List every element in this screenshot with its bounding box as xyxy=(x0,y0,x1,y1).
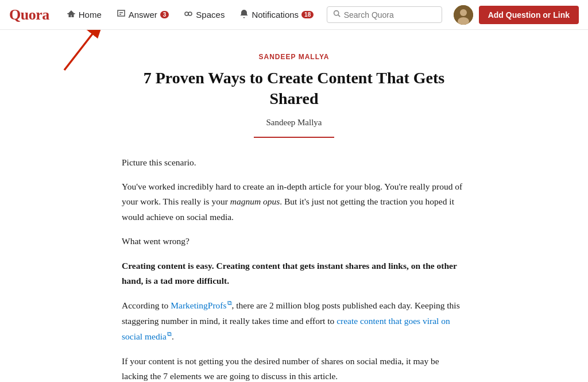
nav-notifications[interactable]: Notifications 18 xyxy=(234,6,319,24)
nav-answer-label: Answer xyxy=(129,10,157,20)
svg-point-3 xyxy=(334,11,338,16)
nav-home[interactable]: Home xyxy=(61,6,107,24)
answer-icon xyxy=(117,9,126,21)
external-link-icon-1: ⧉ xyxy=(227,299,232,306)
paragraph-3: What went wrong? xyxy=(122,234,466,249)
author-label: SANDEEP MALLYA xyxy=(122,53,466,61)
paragraph-5: According to MarketingProfs⧉, there are … xyxy=(122,298,466,344)
nav-items: Home Answer 3 Spaces Notifications 18 xyxy=(61,6,321,24)
article-body: Picture this scenario. You've worked inc… xyxy=(122,155,466,382)
marketingprofs-link[interactable]: MarketingProfs⧉ xyxy=(171,300,231,310)
nav-spaces-label: Spaces xyxy=(196,10,225,20)
nav-answer[interactable]: Answer 3 xyxy=(111,6,175,24)
svg-point-2 xyxy=(188,12,192,16)
paragraph-2: You've worked incredibly hard to create … xyxy=(122,179,466,225)
svg-point-1 xyxy=(185,12,188,16)
svg-line-4 xyxy=(338,15,340,17)
svg-point-6 xyxy=(460,9,467,16)
spaces-icon xyxy=(184,9,193,21)
title-divider xyxy=(254,137,334,138)
article-author: Sandeep Mallya xyxy=(122,118,466,128)
nav-home-label: Home xyxy=(79,10,102,20)
magnum-opus: magnum opus xyxy=(230,196,280,206)
notifications-badge: 18 xyxy=(301,11,314,18)
home-icon xyxy=(67,9,76,21)
external-link-icon-2: ⧉ xyxy=(167,330,172,337)
article-title: 7 Proven Ways to Create Content That Get… xyxy=(122,68,466,110)
quora-logo[interactable]: Quora xyxy=(9,6,49,24)
paragraph-1: Picture this scenario. xyxy=(122,155,466,170)
paragraph-4: Creating content is easy. Creating conte… xyxy=(122,258,466,289)
search-input[interactable] xyxy=(344,10,436,20)
answer-badge: 3 xyxy=(160,11,169,18)
add-question-button[interactable]: Add Question or Link xyxy=(479,6,579,24)
avatar[interactable] xyxy=(454,5,473,25)
paragraph-6: If your content is not getting you the d… xyxy=(122,354,466,382)
article-content: SANDEEP MALLYA 7 Proven Ways to Create C… xyxy=(110,30,478,382)
bell-icon xyxy=(239,9,249,21)
nav-spaces[interactable]: Spaces xyxy=(178,6,230,24)
search-icon xyxy=(333,10,341,20)
search-box[interactable] xyxy=(327,6,442,23)
nav-notifications-label: Notifications xyxy=(252,10,299,20)
navbar: Quora Home Answer 3 Spaces xyxy=(0,0,588,30)
